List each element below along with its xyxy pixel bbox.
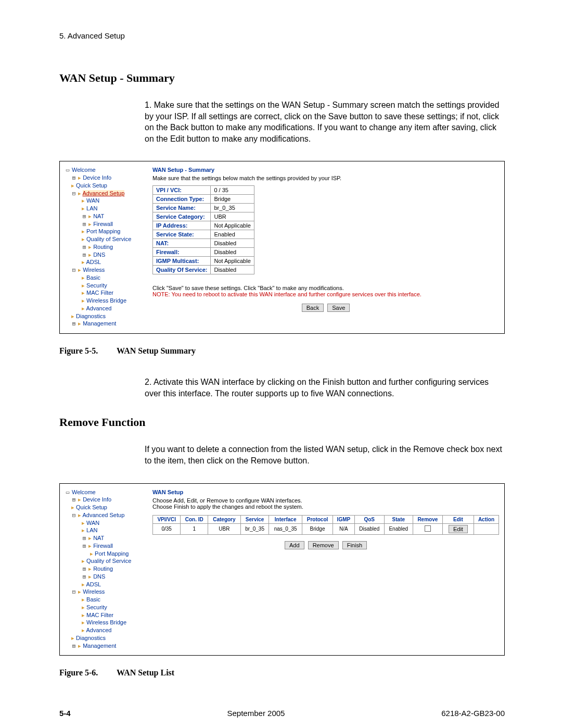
tree2-quick-setup[interactable]: ▸ Quick Setup — [65, 504, 148, 511]
section-wan-setup-summary: WAN Setup - Summary — [59, 71, 505, 85]
tree2-adsl[interactable]: ▸ ADSL — [65, 581, 148, 588]
add-button[interactable]: Add — [285, 541, 304, 549]
tree-qos[interactable]: ▸ Quality of Service — [65, 236, 148, 243]
table-row: 0/351UBR br_0_35nas_0_35Bridge N/ADisabl… — [153, 523, 499, 534]
note-reboot: NOTE: You need to reboot to activate thi… — [152, 291, 499, 297]
tree2-nat[interactable]: ⊞ ▸ NAT — [65, 535, 148, 542]
figure-5-5-caption: Figure 5-5.WAN Setup Summary — [59, 346, 505, 356]
tree2-wireless[interactable]: ⊟ ▸ Wireless — [65, 588, 148, 596]
tree2-wireless-bridge[interactable]: ▸ Wireless Bridge — [65, 619, 148, 626]
figure-5-5: ▭ Welcome ⊞ ▸ Device Info ▸ Quick Setup … — [59, 161, 505, 334]
wan-list-table: VPI/VCICon. IDCategory ServiceInterfaceP… — [152, 515, 499, 535]
pane-subtitle: Make sure that the settings below match … — [152, 175, 499, 181]
page-header: 5. Advanced Setup — [59, 31, 505, 40]
tree2-mac-filter[interactable]: ▸ MAC Filter — [65, 612, 148, 619]
tree-management[interactable]: ⊞ ▸ Management — [65, 320, 148, 328]
tree-dns[interactable]: ⊞ ▸ DNS — [65, 252, 148, 259]
figure-5-6: ▭ Welcome ⊞ ▸ Device Info ▸ Quick Setup … — [59, 483, 505, 656]
tree2-advanced-setup[interactable]: ⊟ ▸ Advanced Setup — [65, 512, 148, 519]
tree2-port-mapping[interactable]: ▸ Port Mapping — [65, 550, 148, 558]
tree-wan[interactable]: ▸ WAN — [65, 197, 148, 205]
tree2-qos[interactable]: ▸ Quality of Service — [65, 558, 148, 565]
figure-5-6-caption: Figure 5-6.WAN Setup List — [59, 668, 505, 677]
content-pane: WAN Setup - Summary Make sure that the s… — [148, 167, 499, 328]
tree-advanced-setup[interactable]: ⊟ ▸ Advanced Setup — [65, 190, 148, 197]
footer-doc: 6218-A2-GB23-00 — [441, 709, 505, 718]
content-pane-2: WAN Setup Choose Add, Edit, or Remove to… — [148, 489, 499, 650]
tree-diagnostics[interactable]: ▸ Diagnostics — [65, 313, 148, 320]
tree-adsl[interactable]: ▸ ADSL — [65, 259, 148, 266]
pane-sub1: Choose Add, Edit, or Remove to configure… — [152, 497, 499, 504]
tree2-device-info[interactable]: ⊞ ▸ Device Info — [65, 496, 148, 504]
tree2-advanced[interactable]: ▸ Advanced — [65, 627, 148, 634]
tree-port-mapping[interactable]: ▸ Port Mapping — [65, 228, 148, 235]
tree-security[interactable]: ▸ Security — [65, 282, 148, 290]
section-remove-function: Remove Function — [59, 416, 505, 429]
tree2-basic[interactable]: ▸ Basic — [65, 596, 148, 604]
tree-quick-setup[interactable]: ▸ Quick Setup — [65, 182, 148, 190]
tree-basic[interactable]: ▸ Basic — [65, 274, 148, 282]
tree2-welcome[interactable]: ▭ Welcome — [65, 489, 148, 496]
footer-date: September 2005 — [227, 709, 285, 718]
back-button[interactable]: Back — [302, 304, 324, 312]
nav-tree-2: ▭ Welcome ⊞ ▸ Device Info ▸ Quick Setup … — [65, 489, 148, 650]
tree-wireless-bridge[interactable]: ▸ Wireless Bridge — [65, 297, 148, 305]
tree2-management[interactable]: ⊞ ▸ Management — [65, 643, 148, 650]
paragraph-step2: 2. Activate this WAN interface by clicki… — [145, 376, 505, 399]
tree-welcome[interactable]: ▭ Welcome — [65, 167, 148, 174]
page-footer: 5-4 September 2005 6218-A2-GB23-00 — [59, 709, 505, 718]
paragraph-step1: 1. Make sure that the settings on the WA… — [145, 99, 505, 144]
remove-button[interactable]: Remove — [308, 541, 339, 549]
tree2-dns[interactable]: ⊞ ▸ DNS — [65, 573, 148, 581]
finish-button[interactable]: Finish — [342, 541, 367, 549]
remove-checkbox[interactable] — [425, 525, 431, 532]
paragraph-remove: If you want to delete a connection from … — [145, 444, 505, 466]
pane-title: WAN Setup - Summary — [152, 167, 499, 173]
tree2-diagnostics[interactable]: ▸ Diagnostics — [65, 635, 148, 642]
tree2-firewall[interactable]: ⊞ ▸ Firewall — [65, 543, 148, 550]
summary-table: VPI / VCI:0 / 35 Connection Type:Bridge … — [152, 185, 254, 274]
save-button[interactable]: Save — [327, 304, 350, 312]
tree2-lan[interactable]: ▸ LAN — [65, 527, 148, 534]
tree-lan[interactable]: ▸ LAN — [65, 205, 148, 212]
tree-nat[interactable]: ⊞ ▸ NAT — [65, 213, 148, 220]
tree-mac-filter[interactable]: ▸ MAC Filter — [65, 290, 148, 297]
edit-button[interactable]: Edit — [449, 525, 468, 533]
pane-sub2: Choose Finish to apply the changes and r… — [152, 504, 499, 510]
tree-routing[interactable]: ⊞ ▸ Routing — [65, 244, 148, 251]
tree-device-info[interactable]: ⊞ ▸ Device Info — [65, 174, 148, 182]
tree2-wan[interactable]: ▸ WAN — [65, 520, 148, 527]
tree2-routing[interactable]: ⊞ ▸ Routing — [65, 566, 148, 573]
tree-advanced[interactable]: ▸ Advanced — [65, 305, 148, 312]
tree-firewall[interactable]: ⊞ ▸ Firewall — [65, 221, 148, 228]
tree-wireless[interactable]: ⊟ ▸ Wireless — [65, 267, 148, 274]
nav-tree: ▭ Welcome ⊞ ▸ Device Info ▸ Quick Setup … — [65, 167, 148, 328]
pane-title-2: WAN Setup — [152, 489, 499, 495]
note-save: Click "Save" to save these settings. Cli… — [152, 285, 499, 291]
chapter-label: 5. Advanced Setup — [59, 31, 125, 40]
tree2-security[interactable]: ▸ Security — [65, 604, 148, 611]
page-number: 5-4 — [59, 709, 71, 718]
